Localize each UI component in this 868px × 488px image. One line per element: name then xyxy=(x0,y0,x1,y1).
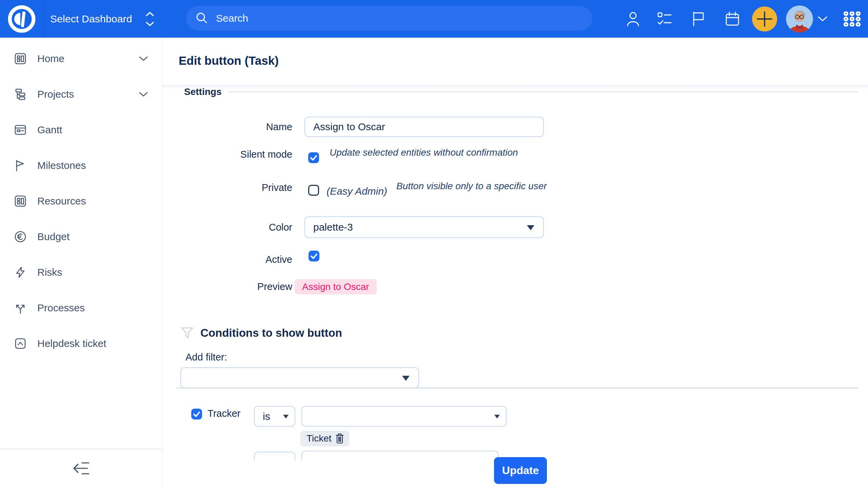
tasks-icon xyxy=(657,12,672,26)
collapse-arrow-icon xyxy=(73,461,90,476)
avatar xyxy=(786,5,813,33)
plus-icon xyxy=(752,6,777,32)
sidebar-item-helpdesk-ticket[interactable]: Helpdesk ticket xyxy=(0,326,162,361)
private-checkbox[interactable] xyxy=(308,185,319,196)
sidebar-item-label: Home xyxy=(37,53,64,64)
user-button[interactable] xyxy=(626,0,640,38)
color-select[interactable]: palette-3 xyxy=(304,216,544,238)
user-icon xyxy=(626,12,640,26)
budget-euro-icon xyxy=(14,231,26,243)
calendar-button[interactable] xyxy=(725,0,740,38)
sidebar-item-milestones[interactable]: Milestones xyxy=(0,148,162,183)
active-checkbox[interactable] xyxy=(309,251,319,261)
sidebar-divider xyxy=(0,449,162,449)
flag-button[interactable] xyxy=(692,0,705,38)
sidebar: Home Projects xyxy=(0,38,163,488)
sidebar-item-label: Risks xyxy=(37,267,62,278)
conditions-heading: Conditions to show button xyxy=(181,326,342,340)
sidebar-item-gantt[interactable]: Gantt xyxy=(0,112,162,148)
chevron-down-icon xyxy=(818,16,827,22)
add-filter-select[interactable] xyxy=(180,367,419,388)
sidebar-item-budget[interactable]: Budget xyxy=(0,219,162,254)
sidebar-item-label: Budget xyxy=(37,231,70,242)
filter-section-rule xyxy=(176,388,858,388)
easy-project-logo-icon xyxy=(7,5,36,33)
active-label: Active xyxy=(163,254,292,265)
milestone-flag-icon xyxy=(14,159,26,172)
sidebar-item-label: Projects xyxy=(37,89,74,100)
name-input[interactable] xyxy=(304,117,544,137)
sidebar-item-home[interactable]: Home xyxy=(0,41,162,76)
name-label: Name xyxy=(163,121,292,133)
dashboard-selector[interactable]: Select Dashboard xyxy=(50,0,155,38)
tracker-operator-value: is xyxy=(263,411,270,422)
silent-mode-checkbox[interactable] xyxy=(308,152,319,163)
update-button[interactable]: Update xyxy=(494,457,547,484)
sidebar-item-processes[interactable]: Processes xyxy=(0,290,162,326)
sidebar-item-risks[interactable]: Risks xyxy=(0,254,162,290)
legend-rule xyxy=(229,92,858,92)
ticket-chip-label: Ticket xyxy=(307,433,332,444)
conditions-heading-label: Conditions to show button xyxy=(200,327,342,339)
private-hint: Button visible only to a specific user xyxy=(396,181,547,192)
apps-grid-button[interactable] xyxy=(844,0,861,38)
search-icon xyxy=(196,12,209,25)
tracker-filter-label: Tracker xyxy=(208,408,240,419)
color-label: Color xyxy=(163,221,292,233)
private-suffix: (Easy Admin) xyxy=(327,186,387,197)
risks-bolt-icon xyxy=(14,266,26,278)
tracker-value-select[interactable] xyxy=(301,406,507,427)
sidebar-item-projects[interactable]: Projects xyxy=(0,76,162,112)
settings-legend-label: Settings xyxy=(184,86,221,97)
account-chevron[interactable] xyxy=(818,0,827,38)
helpdesk-icon xyxy=(14,337,26,350)
preview-badge: Assign to Oscar xyxy=(295,279,377,294)
trash-icon[interactable] xyxy=(336,433,344,444)
chevron-down-icon xyxy=(139,56,148,61)
sidebar-item-label: Milestones xyxy=(37,160,86,171)
settings-fieldset-legend: Settings xyxy=(184,86,858,98)
tracker-selected-value-chip[interactable]: Ticket xyxy=(300,431,349,446)
sidebar-menu: Home Projects xyxy=(0,41,162,361)
silent-mode-label: Silent mode xyxy=(163,149,292,160)
private-label: Private xyxy=(163,182,292,193)
sidebar-item-label: Helpdesk ticket xyxy=(37,338,106,349)
expand-chevrons-icon xyxy=(144,12,155,26)
sidebar-item-resources[interactable]: Resources xyxy=(0,183,162,219)
tracker-operator-select[interactable]: is xyxy=(254,406,295,427)
account-menu[interactable] xyxy=(786,0,813,38)
sidebar-item-label: Gantt xyxy=(37,124,62,136)
page-title: Edit button (Task) xyxy=(179,54,279,67)
sidebar-item-label: Resources xyxy=(37,195,86,207)
funnel-icon xyxy=(181,327,194,339)
flag-icon xyxy=(692,12,705,26)
tracker-filter-checkbox[interactable] xyxy=(191,409,202,419)
chevron-down-icon xyxy=(139,92,148,97)
apps-grid-icon xyxy=(844,12,861,26)
app-root: Select Dashboard xyxy=(0,0,868,488)
calendar-icon xyxy=(725,12,740,26)
color-select-value: palette-3 xyxy=(313,221,353,233)
dashboard-selector-label: Select Dashboard xyxy=(50,13,132,25)
dashboard-icon xyxy=(14,53,26,65)
projects-tree-icon xyxy=(14,88,26,100)
add-filter-label: Add filter: xyxy=(185,351,227,363)
add-button[interactable] xyxy=(752,0,777,38)
silent-mode-hint: Update selected entities without confirm… xyxy=(330,147,518,158)
main-content: Edit button (Task) Settings Name Silent … xyxy=(163,38,868,488)
sidebar-item-label: Processes xyxy=(37,302,85,314)
preview-label: Preview xyxy=(163,281,292,292)
gantt-icon xyxy=(14,124,26,136)
search-input[interactable] xyxy=(215,12,592,24)
topbar: Select Dashboard xyxy=(0,0,868,38)
global-search[interactable] xyxy=(186,6,592,31)
collapse-sidebar-button[interactable] xyxy=(73,461,90,476)
processes-branch-icon xyxy=(14,302,26,314)
tasks-button[interactable] xyxy=(657,0,672,38)
resources-icon xyxy=(14,195,26,207)
brand-logo[interactable] xyxy=(0,0,44,38)
